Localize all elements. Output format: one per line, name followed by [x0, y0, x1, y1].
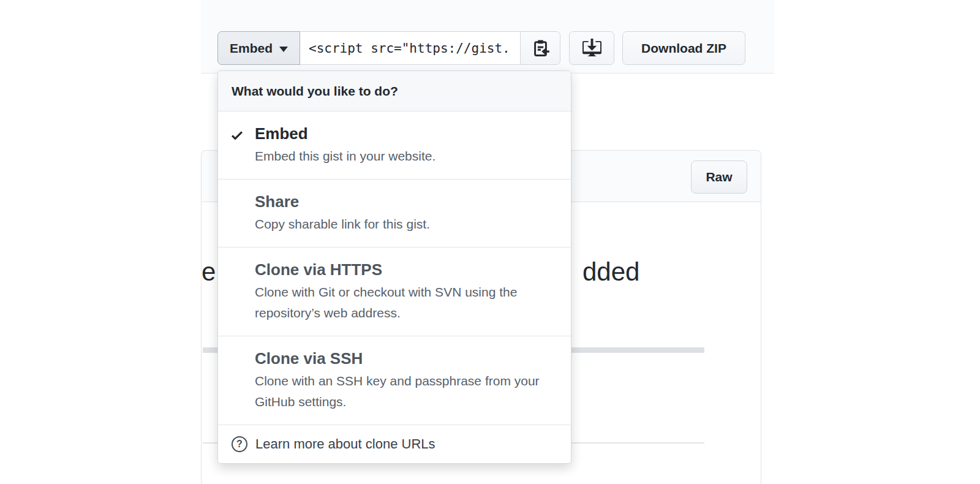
select-menu-header: What would you like to do?	[218, 71, 571, 112]
menu-item-clone-ssh[interactable]: Clone via SSH Clone with an SSH key and …	[218, 336, 571, 425]
raw-button[interactable]: Raw	[691, 161, 747, 194]
copy-to-clipboard-button[interactable]	[520, 31, 560, 65]
embed-dropdown-button-label: Embed	[230, 41, 273, 56]
menu-item-description: Clone with an SSH key and passphrase fro…	[255, 371, 543, 412]
menu-item-description: Clone with Git or checkout with SVN usin…	[255, 282, 543, 323]
caret-down-icon	[279, 47, 288, 52]
menu-item-embed[interactable]: Embed Embed this gist in your website.	[218, 112, 571, 180]
embed-code-input[interactable]	[300, 31, 521, 65]
obscured-heading-fragment-left: e	[202, 259, 216, 285]
desktop-download-icon	[582, 39, 601, 58]
raw-button-label: Raw	[706, 170, 732, 184]
menu-item-title: Clone via SSH	[255, 349, 556, 368]
menu-item-clone-https[interactable]: Clone via HTTPS Clone with Git or checko…	[218, 248, 571, 336]
download-zip-button[interactable]: Download ZIP	[622, 31, 745, 65]
embed-dropdown-button[interactable]: Embed	[217, 31, 300, 65]
menu-item-title: Embed	[255, 124, 556, 143]
menu-item-title: Share	[255, 192, 556, 211]
learn-more-clone-urls-link[interactable]: Learn more about clone URLs	[218, 425, 571, 463]
menu-item-title: Clone via HTTPS	[255, 260, 556, 279]
menu-item-share[interactable]: Share Copy sharable link for this gist.	[218, 180, 571, 248]
embed-select-menu: What would you like to do? Embed Embed t…	[217, 70, 571, 464]
download-gist-button[interactable]	[569, 31, 614, 65]
checkmark-icon	[230, 128, 244, 145]
download-zip-button-label: Download ZIP	[641, 41, 726, 56]
menu-item-description: Copy sharable link for this gist.	[255, 214, 543, 235]
question-circle-icon	[232, 436, 247, 452]
clipboard-copy-icon	[531, 39, 550, 58]
learn-more-label: Learn more about clone URLs	[255, 436, 435, 452]
menu-item-description: Embed this gist in your website.	[255, 146, 543, 167]
obscured-heading-fragment-right: dded	[582, 259, 639, 285]
